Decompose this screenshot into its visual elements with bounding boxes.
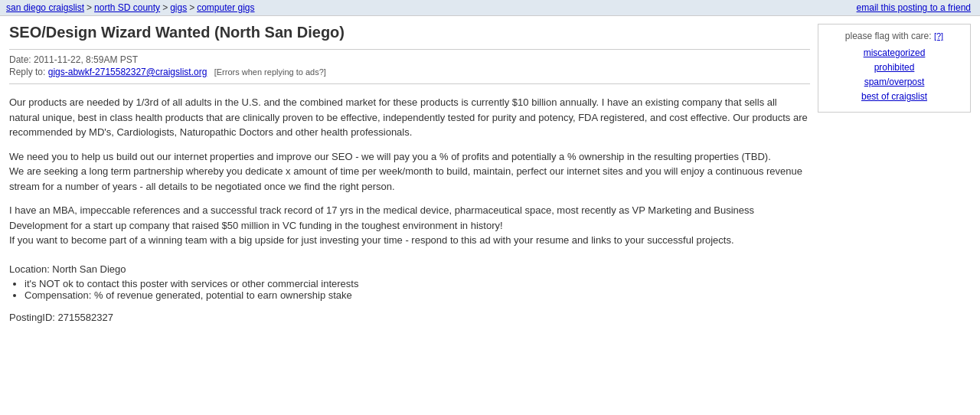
reply-row: Reply to: gigs-abwkf-2715582327@craigsli… — [9, 67, 810, 77]
content-area: SEO/Design Wizard Wanted (North San Dieg… — [9, 24, 810, 323]
error-note: [Errors when replying to ads?] — [214, 67, 326, 77]
sidebar: please flag with care: [?] miscategorize… — [818, 24, 971, 323]
posting-title: SEO/Design Wizard Wanted (North San Dieg… — [9, 24, 810, 41]
body-text: Our products are needed by 1/3rd of all … — [9, 95, 810, 248]
meta-block: Date: 2011-11-22, 8:59AM PST Reply to: g… — [9, 49, 810, 84]
bullets-list: it's NOT ok to contact this poster with … — [24, 278, 810, 301]
flag-best-of[interactable]: best of craigslist — [828, 91, 961, 102]
bullet-2: Compensation: % of revenue generated, po… — [24, 289, 810, 301]
flag-help-link[interactable]: [?] — [934, 31, 943, 41]
date-row: Date: 2011-11-22, 8:59AM PST — [9, 54, 810, 65]
top-bar: san diego craigslist > north SD county >… — [0, 0, 980, 16]
reply-label: Reply to: — [9, 67, 45, 77]
flag-spam[interactable]: spam/overpost — [828, 77, 961, 87]
posting-id-line: PostingID: 2715582327 — [9, 312, 810, 323]
body-paragraph-1: Our products are needed by 1/3rd of all … — [9, 95, 810, 140]
posting-id-value: 2715582327 — [58, 312, 113, 323]
flag-prohibited[interactable]: prohibited — [828, 62, 961, 73]
breadcrumb: san diego craigslist > north SD county >… — [6, 2, 255, 13]
flag-miscategorized[interactable]: miscategorized — [828, 47, 961, 58]
breadcrumb-gigs[interactable]: gigs — [170, 2, 187, 13]
details-list: Location: North San Diego it's NOT ok to… — [9, 263, 810, 301]
date-text: Date: 2011-11-22, 8:59AM PST — [9, 54, 138, 65]
posting-id-label: PostingID: — [9, 312, 55, 323]
breadcrumb-computer-gigs[interactable]: computer gigs — [197, 2, 254, 13]
flag-box: please flag with care: [?] miscategorize… — [818, 24, 971, 113]
bullet-1: it's NOT ok to contact this poster with … — [24, 278, 810, 289]
location-line: Location: North San Diego — [9, 263, 810, 275]
flag-header: please flag with care: [?] — [828, 31, 961, 41]
body-paragraph-2: We need you to help us build out our int… — [9, 149, 810, 194]
body-paragraph-3: I have an MBA, impeccable references and… — [9, 203, 810, 248]
reply-email[interactable]: gigs-abwkf-2715582327@craigslist.org — [48, 67, 207, 77]
flag-header-text: please flag with care: — [845, 31, 932, 41]
main-layout: SEO/Design Wizard Wanted (North San Dieg… — [0, 16, 980, 331]
email-friend-link[interactable]: email this posting to a friend — [857, 2, 971, 13]
breadcrumb-home[interactable]: san diego craigslist — [6, 2, 84, 13]
breadcrumb-county[interactable]: north SD county — [94, 2, 160, 13]
